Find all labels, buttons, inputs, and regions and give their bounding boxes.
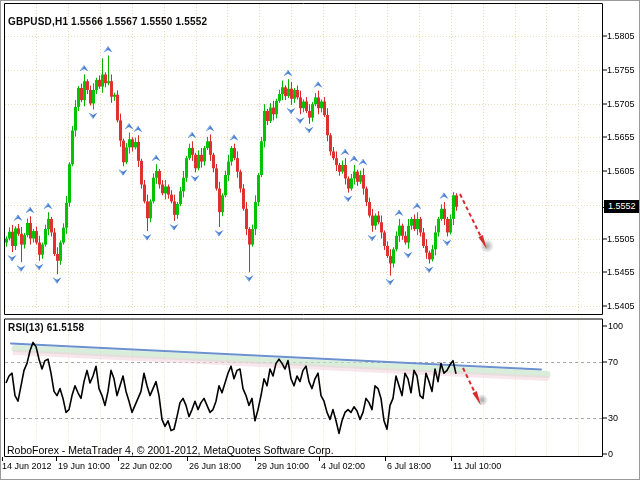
copyright-text: RoboForex - MetaTrader 4, © 2001-2012, M… — [7, 445, 334, 456]
price-label: 1.5605 — [607, 167, 635, 176]
time-label: 6 Jul 18:00 — [387, 462, 431, 471]
price-label: 1.5805 — [607, 32, 635, 41]
time-label: 29 Jun 10:00 — [257, 462, 309, 471]
time-label: 14 Jun 2012 — [2, 462, 52, 471]
rsi-indicator-label: RSI(13) 61.5158 — [8, 323, 84, 333]
chart-canvas[interactable] — [1, 1, 640, 480]
time-label: 19 Jun 10:00 — [58, 462, 110, 471]
current-price-tag: 1.5552 — [604, 200, 639, 213]
time-label: 26 Jun 18:00 — [189, 462, 241, 471]
rsi-label: 70 — [608, 358, 618, 367]
mt4-chart-window: GBPUSD,H1 1.5566 1.5567 1.5550 1.5552 RS… — [0, 0, 640, 480]
rsi-label: 30 — [608, 414, 618, 423]
time-label: 22 Jun 02:00 — [120, 462, 172, 471]
chart-title-ohlc: GBPUSD,H1 1.5566 1.5567 1.5550 1.5552 — [8, 17, 207, 27]
time-label: 4 Jul 02:00 — [321, 462, 365, 471]
price-label: 1.5655 — [607, 133, 635, 142]
price-label: 1.5505 — [607, 235, 635, 244]
rsi-label: 0 — [608, 450, 613, 459]
price-label: 1.5755 — [607, 66, 635, 75]
price-label: 1.5405 — [607, 302, 635, 311]
rsi-label: 100 — [608, 322, 623, 331]
price-label: 1.5455 — [607, 268, 635, 277]
time-label: 11 Jul 10:00 — [453, 462, 501, 471]
price-label: 1.5705 — [607, 100, 635, 109]
